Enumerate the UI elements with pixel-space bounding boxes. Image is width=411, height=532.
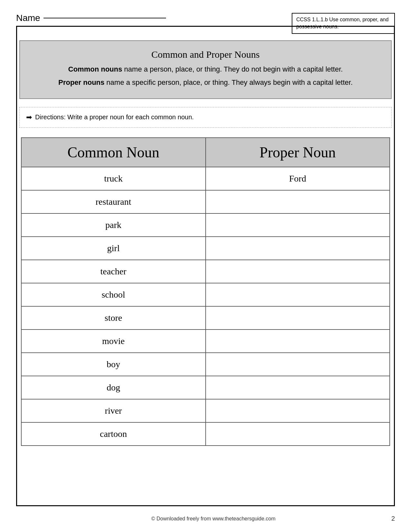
directions-text: Directions: Write a proper noun for each…	[35, 113, 194, 121]
common-noun-header: Common Noun	[22, 138, 206, 167]
definition-box: Common and Proper Nouns Common nouns nam…	[19, 40, 392, 99]
common-noun-cell: store	[22, 307, 206, 329]
common-noun-cell: truck	[22, 167, 206, 190]
common-noun-cell: cartoon	[22, 423, 206, 445]
name-label: Name	[16, 13, 40, 23]
footer-page-number: 2	[391, 515, 395, 522]
table-row: river	[22, 399, 389, 422]
common-noun-definition: Common nouns name a person, place, or th…	[33, 64, 378, 74]
footer-copyright: © Downloaded freely from www.theteachers…	[35, 516, 391, 522]
common-noun-cell: boy	[22, 353, 206, 376]
table-header: Common Noun Proper Noun	[22, 138, 389, 167]
footer: © Downloaded freely from www.theteachers…	[16, 515, 395, 522]
directions-box: ➡ Directions: Write a proper noun for ea…	[19, 107, 392, 128]
name-underline	[44, 18, 166, 18]
right-border	[394, 26, 395, 506]
proper-noun-cell[interactable]	[206, 237, 390, 260]
proper-noun-cell[interactable]	[206, 399, 390, 422]
left-border	[16, 26, 17, 506]
common-noun-cell: restaurant	[22, 191, 206, 213]
proper-noun-cell[interactable]	[206, 214, 390, 236]
proper-noun-header: Proper Noun	[206, 138, 390, 167]
table-row: boy	[22, 352, 389, 376]
table-row: cartoon	[22, 422, 389, 445]
header: Name CCSS 1.L.1.b Use common, proper, an…	[16, 10, 395, 34]
common-noun-bold: Common nouns	[68, 65, 122, 73]
proper-noun-cell[interactable]	[206, 353, 390, 376]
table-row: restaurant	[22, 190, 389, 213]
content-area: Common and Proper Nouns Common nouns nam…	[16, 40, 395, 446]
standards-box: CCSS 1.L.1.b Use common, proper, and pos…	[292, 13, 395, 34]
table-body: truckFordrestaurantparkgirlteacherschool…	[22, 167, 389, 445]
table-row: dog	[22, 376, 389, 399]
table-row: movie	[22, 329, 389, 352]
common-noun-cell: river	[22, 399, 206, 422]
table-row: park	[22, 213, 389, 236]
noun-table: Common Noun Proper Noun truckFordrestaur…	[21, 137, 390, 446]
proper-noun-cell[interactable]	[206, 260, 390, 283]
common-noun-cell: school	[22, 283, 206, 306]
common-noun-cell: park	[22, 214, 206, 236]
table-row: store	[22, 306, 389, 329]
arrow-icon: ➡	[26, 113, 32, 122]
proper-noun-cell[interactable]: Ford	[206, 167, 390, 190]
top-border	[16, 26, 395, 27]
bottom-border	[16, 505, 395, 506]
proper-noun-cell[interactable]	[206, 423, 390, 445]
proper-noun-def-text: name a specific person, place, or thing.…	[104, 78, 353, 86]
standards-text: CCSS 1.L.1.b Use common, proper, and pos…	[296, 17, 388, 29]
proper-noun-cell[interactable]	[206, 307, 390, 329]
table-row: truckFord	[22, 167, 389, 190]
proper-noun-bold: Proper nouns	[58, 78, 104, 86]
common-noun-cell: girl	[22, 237, 206, 260]
table-row: girl	[22, 236, 389, 260]
proper-noun-cell[interactable]	[206, 283, 390, 306]
common-noun-cell: dog	[22, 376, 206, 399]
page: Name CCSS 1.L.1.b Use common, proper, an…	[0, 0, 411, 532]
proper-noun-cell[interactable]	[206, 376, 390, 399]
table-row: teacher	[22, 260, 389, 283]
proper-noun-cell[interactable]	[206, 330, 390, 352]
name-field: Name	[16, 13, 166, 23]
table-row: school	[22, 283, 389, 306]
proper-noun-definition: Proper nouns name a specific person, pla…	[33, 77, 378, 88]
proper-noun-cell[interactable]	[206, 191, 390, 213]
common-noun-cell: teacher	[22, 260, 206, 283]
common-noun-cell: movie	[22, 330, 206, 352]
definition-title: Common and Proper Nouns	[33, 49, 378, 60]
common-noun-def-text: name a person, place, or thing. They do …	[122, 65, 343, 73]
